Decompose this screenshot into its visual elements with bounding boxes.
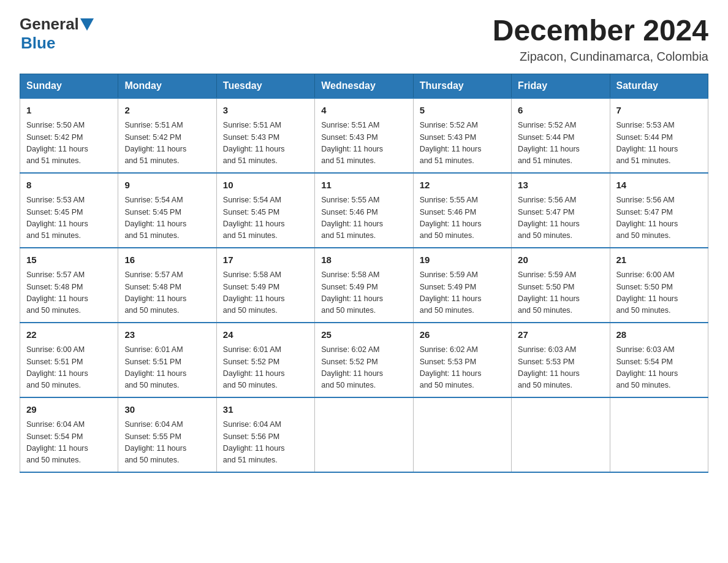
day-info: Sunrise: 6:02 AMSunset: 5:52 PMDaylight:… xyxy=(321,344,406,392)
day-info: Sunrise: 6:00 AMSunset: 5:51 PMDaylight:… xyxy=(26,344,112,392)
day-info: Sunrise: 5:52 AMSunset: 5:43 PMDaylight:… xyxy=(420,120,505,167)
title-section: December 2024 Zipacon, Cundinamarca, Col… xyxy=(493,15,708,64)
week-row-5: 29Sunrise: 6:04 AMSunset: 5:54 PMDayligh… xyxy=(20,397,708,472)
day-number: 22 xyxy=(26,328,112,342)
page-header: General Blue December 2024 Zipacon, Cund… xyxy=(20,15,708,64)
calendar-subtitle: Zipacon, Cundinamarca, Colombia xyxy=(493,50,708,64)
calendar-cell: 5Sunrise: 5:52 AMSunset: 5:43 PMDaylight… xyxy=(413,98,511,173)
calendar-cell: 8Sunrise: 5:53 AMSunset: 5:45 PMDaylight… xyxy=(20,173,118,248)
calendar-cell: 13Sunrise: 5:56 AMSunset: 5:47 PMDayligh… xyxy=(512,173,610,248)
calendar-cell: 6Sunrise: 5:52 AMSunset: 5:44 PMDaylight… xyxy=(512,98,610,173)
day-info: Sunrise: 6:03 AMSunset: 5:53 PMDaylight:… xyxy=(518,344,603,392)
calendar-cell xyxy=(315,397,413,472)
calendar-cell: 27Sunrise: 6:03 AMSunset: 5:53 PMDayligh… xyxy=(512,323,610,397)
day-number: 16 xyxy=(124,253,210,267)
svg-marker-0 xyxy=(80,18,94,31)
calendar-cell: 15Sunrise: 5:57 AMSunset: 5:48 PMDayligh… xyxy=(20,248,118,323)
calendar-cell xyxy=(512,397,610,472)
day-number: 13 xyxy=(518,178,603,193)
calendar-cell xyxy=(610,397,708,472)
logo: General Blue xyxy=(20,15,94,53)
day-info: Sunrise: 6:04 AMSunset: 5:55 PMDaylight:… xyxy=(124,419,210,467)
day-number: 26 xyxy=(420,328,505,342)
calendar-cell: 18Sunrise: 5:58 AMSunset: 5:49 PMDayligh… xyxy=(315,248,413,323)
calendar-cell: 24Sunrise: 6:01 AMSunset: 5:52 PMDayligh… xyxy=(216,323,314,397)
day-info: Sunrise: 5:54 AMSunset: 5:45 PMDaylight:… xyxy=(124,194,210,242)
logo-triangle-icon xyxy=(80,18,94,32)
calendar-cell: 20Sunrise: 5:59 AMSunset: 5:50 PMDayligh… xyxy=(512,248,610,323)
day-info: Sunrise: 6:00 AMSunset: 5:50 PMDaylight:… xyxy=(616,269,702,317)
day-info: Sunrise: 5:58 AMSunset: 5:49 PMDaylight:… xyxy=(321,269,406,317)
calendar-cell: 3Sunrise: 5:51 AMSunset: 5:43 PMDaylight… xyxy=(216,98,314,173)
day-number: 24 xyxy=(223,328,308,342)
day-info: Sunrise: 5:59 AMSunset: 5:50 PMDaylight:… xyxy=(518,269,603,317)
calendar-cell: 26Sunrise: 6:02 AMSunset: 5:53 PMDayligh… xyxy=(413,323,511,397)
day-info: Sunrise: 6:04 AMSunset: 5:54 PMDaylight:… xyxy=(26,419,112,467)
day-number: 23 xyxy=(124,328,210,342)
day-number: 7 xyxy=(616,104,702,118)
day-number: 8 xyxy=(26,178,112,193)
calendar-cell: 2Sunrise: 5:51 AMSunset: 5:42 PMDaylight… xyxy=(118,98,216,173)
day-number: 5 xyxy=(420,104,505,118)
header-day-tuesday: Tuesday xyxy=(216,74,314,98)
day-number: 21 xyxy=(616,253,702,267)
day-number: 15 xyxy=(26,253,112,267)
calendar-cell: 12Sunrise: 5:55 AMSunset: 5:46 PMDayligh… xyxy=(413,173,511,248)
calendar-cell: 19Sunrise: 5:59 AMSunset: 5:49 PMDayligh… xyxy=(413,248,511,323)
day-number: 12 xyxy=(420,178,505,193)
header-day-thursday: Thursday xyxy=(413,74,511,98)
day-info: Sunrise: 5:52 AMSunset: 5:44 PMDaylight:… xyxy=(518,120,603,167)
calendar-cell: 10Sunrise: 5:54 AMSunset: 5:45 PMDayligh… xyxy=(216,173,314,248)
week-row-3: 15Sunrise: 5:57 AMSunset: 5:48 PMDayligh… xyxy=(20,248,708,323)
calendar-cell: 9Sunrise: 5:54 AMSunset: 5:45 PMDaylight… xyxy=(118,173,216,248)
day-info: Sunrise: 5:51 AMSunset: 5:42 PMDaylight:… xyxy=(124,120,210,167)
day-number: 6 xyxy=(518,104,603,118)
day-number: 31 xyxy=(223,403,308,417)
day-number: 9 xyxy=(124,178,210,193)
calendar-cell: 30Sunrise: 6:04 AMSunset: 5:55 PMDayligh… xyxy=(118,397,216,472)
week-row-1: 1Sunrise: 5:50 AMSunset: 5:42 PMDaylight… xyxy=(20,98,708,173)
day-number: 4 xyxy=(321,104,406,118)
calendar-cell: 4Sunrise: 5:51 AMSunset: 5:43 PMDaylight… xyxy=(315,98,413,173)
day-info: Sunrise: 5:51 AMSunset: 5:43 PMDaylight:… xyxy=(321,120,406,167)
day-info: Sunrise: 5:58 AMSunset: 5:49 PMDaylight:… xyxy=(223,269,308,317)
day-number: 19 xyxy=(420,253,505,267)
calendar-cell xyxy=(413,397,511,472)
calendar-cell: 14Sunrise: 5:56 AMSunset: 5:47 PMDayligh… xyxy=(610,173,708,248)
header-day-friday: Friday xyxy=(512,74,610,98)
day-info: Sunrise: 6:04 AMSunset: 5:56 PMDaylight:… xyxy=(223,419,308,467)
day-number: 27 xyxy=(518,328,603,342)
day-number: 14 xyxy=(616,178,702,193)
calendar-cell: 11Sunrise: 5:55 AMSunset: 5:46 PMDayligh… xyxy=(315,173,413,248)
day-info: Sunrise: 5:54 AMSunset: 5:45 PMDaylight:… xyxy=(223,194,308,242)
calendar-cell: 1Sunrise: 5:50 AMSunset: 5:42 PMDaylight… xyxy=(20,98,118,173)
week-row-4: 22Sunrise: 6:00 AMSunset: 5:51 PMDayligh… xyxy=(20,323,708,397)
day-number: 3 xyxy=(223,104,308,118)
day-info: Sunrise: 5:56 AMSunset: 5:47 PMDaylight:… xyxy=(518,194,603,242)
day-number: 10 xyxy=(223,178,308,193)
day-number: 25 xyxy=(321,328,406,342)
calendar-cell: 31Sunrise: 6:04 AMSunset: 5:56 PMDayligh… xyxy=(216,397,314,472)
week-row-2: 8Sunrise: 5:53 AMSunset: 5:45 PMDaylight… xyxy=(20,173,708,248)
day-info: Sunrise: 5:55 AMSunset: 5:46 PMDaylight:… xyxy=(321,194,406,242)
header-day-sunday: Sunday xyxy=(20,74,118,98)
calendar-title: December 2024 xyxy=(493,15,708,47)
day-info: Sunrise: 5:53 AMSunset: 5:45 PMDaylight:… xyxy=(26,194,112,242)
calendar-cell: 28Sunrise: 6:03 AMSunset: 5:54 PMDayligh… xyxy=(610,323,708,397)
day-info: Sunrise: 6:03 AMSunset: 5:54 PMDaylight:… xyxy=(616,344,702,392)
day-info: Sunrise: 5:57 AMSunset: 5:48 PMDaylight:… xyxy=(124,269,210,317)
calendar-cell: 23Sunrise: 6:01 AMSunset: 5:51 PMDayligh… xyxy=(118,323,216,397)
header-row: SundayMondayTuesdayWednesdayThursdayFrid… xyxy=(20,74,708,98)
day-number: 29 xyxy=(26,403,112,417)
day-number: 11 xyxy=(321,178,406,193)
logo-blue-text: Blue xyxy=(21,34,55,52)
day-info: Sunrise: 6:01 AMSunset: 5:51 PMDaylight:… xyxy=(124,344,210,392)
day-info: Sunrise: 5:55 AMSunset: 5:46 PMDaylight:… xyxy=(420,194,505,242)
header-day-wednesday: Wednesday xyxy=(315,74,413,98)
day-info: Sunrise: 5:59 AMSunset: 5:49 PMDaylight:… xyxy=(420,269,505,317)
day-number: 30 xyxy=(124,403,210,417)
day-info: Sunrise: 6:02 AMSunset: 5:53 PMDaylight:… xyxy=(420,344,505,392)
calendar-cell: 7Sunrise: 5:53 AMSunset: 5:44 PMDaylight… xyxy=(610,98,708,173)
day-number: 1 xyxy=(26,104,112,118)
day-info: Sunrise: 5:57 AMSunset: 5:48 PMDaylight:… xyxy=(26,269,112,317)
